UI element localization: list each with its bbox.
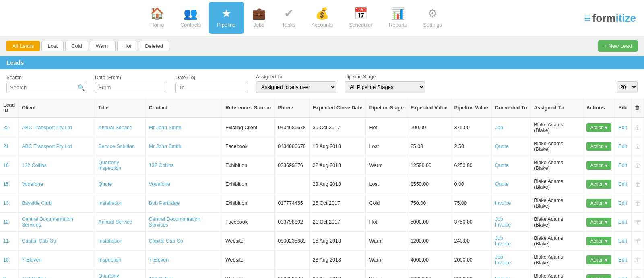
- date-to-input[interactable]: [175, 82, 248, 93]
- title-link[interactable]: Annual Service: [98, 125, 132, 130]
- converted-to-link[interactable]: Invoice: [495, 222, 511, 228]
- lead-id-link[interactable]: 15: [3, 181, 9, 187]
- nav-tasks[interactable]: ✔ Tasks: [274, 2, 303, 34]
- converted-to-link[interactable]: Quote: [495, 181, 509, 187]
- action-button[interactable]: Action: [586, 199, 612, 208]
- tab-warm[interactable]: Warm: [90, 41, 116, 51]
- contact-link[interactable]: 7-Eleven: [149, 257, 169, 263]
- action-button[interactable]: Action: [586, 123, 612, 132]
- nav-home[interactable]: 🏠 Home: [142, 2, 172, 34]
- lead-id-link[interactable]: 16: [3, 163, 9, 168]
- client-link[interactable]: Capital Cab Co: [22, 238, 56, 244]
- edit-link[interactable]: Edit: [618, 125, 627, 130]
- title-link[interactable]: Installation: [98, 200, 122, 206]
- edit-link[interactable]: Edit: [618, 200, 627, 206]
- lead-id-link[interactable]: 9: [3, 276, 6, 278]
- delete-icon[interactable]: 🗑: [635, 181, 640, 187]
- lead-id-link[interactable]: 10: [3, 257, 9, 263]
- contact-link[interactable]: Vodafone: [149, 181, 170, 187]
- nav-jobs[interactable]: 💼 Jobs: [244, 2, 274, 34]
- client-link[interactable]: Bayside Club: [22, 200, 52, 206]
- action-button[interactable]: Action: [586, 237, 612, 245]
- contact-link[interactable]: Bob Partridge: [149, 200, 180, 206]
- date-from-input[interactable]: [95, 82, 167, 93]
- lead-id-link[interactable]: 13: [3, 200, 9, 206]
- title-link[interactable]: Installation: [98, 238, 122, 244]
- edit-link[interactable]: Edit: [618, 276, 627, 278]
- title-link[interactable]: Quarterly Inspection: [98, 273, 121, 278]
- action-button[interactable]: Action: [586, 142, 612, 151]
- delete-icon[interactable]: 🗑: [635, 257, 640, 263]
- converted-to-link[interactable]: Job: [495, 125, 503, 130]
- cell-close-date: 30 Oct 2017: [309, 118, 366, 137]
- converted-to-link[interactable]: Invoice: [495, 276, 511, 278]
- title-link[interactable]: Annual Service: [98, 219, 132, 225]
- converted-to-link[interactable]: Invoice: [495, 260, 511, 266]
- search-input[interactable]: [6, 82, 87, 93]
- delete-icon[interactable]: 🗑: [635, 143, 640, 150]
- client-link[interactable]: Vodafone: [22, 181, 43, 187]
- client-link[interactable]: 132 Collins: [22, 276, 47, 278]
- converted-to-link[interactable]: Job: [495, 254, 503, 260]
- client-link[interactable]: Central Documentation Services: [22, 216, 73, 228]
- client-link[interactable]: 132 Collins: [22, 163, 47, 168]
- per-page-select[interactable]: 20 50 100: [617, 81, 638, 93]
- contact-link[interactable]: Mr John Smith: [149, 144, 182, 149]
- action-button[interactable]: Action: [586, 274, 612, 278]
- tab-hot[interactable]: Hot: [117, 41, 137, 51]
- nav-accounts[interactable]: 💰 Accounts: [303, 2, 341, 34]
- title-link[interactable]: Quarterly Inspection: [98, 160, 121, 171]
- assigned-to-select[interactable]: Assigned to any user: [256, 81, 336, 93]
- action-button[interactable]: Action: [586, 180, 612, 189]
- new-lead-button[interactable]: + New Lead: [598, 40, 638, 52]
- tab-all-leads[interactable]: All Leads: [6, 41, 40, 51]
- tab-lost[interactable]: Lost: [41, 41, 64, 51]
- converted-to-link[interactable]: Invoice: [495, 241, 511, 247]
- title-link[interactable]: Quote: [98, 181, 112, 187]
- client-link[interactable]: ABC Transport Pty Ltd: [22, 144, 72, 149]
- lead-id-link[interactable]: 11: [3, 238, 9, 244]
- edit-link[interactable]: Edit: [618, 163, 627, 168]
- action-button[interactable]: Action: [586, 161, 612, 170]
- converted-to-link[interactable]: Job: [495, 235, 503, 241]
- client-link[interactable]: ABC Transport Pty Ltd: [22, 125, 72, 130]
- nav-reports[interactable]: 📊 Reports: [381, 2, 415, 34]
- client-link[interactable]: 7-Eleven: [22, 257, 41, 263]
- contact-link[interactable]: 132 Collins: [149, 276, 174, 278]
- contact-link[interactable]: 132 Collins: [149, 163, 174, 168]
- lead-id-link[interactable]: 12: [3, 219, 9, 225]
- converted-to-link[interactable]: Invoice: [495, 200, 511, 206]
- nav-contacts[interactable]: 👥 Contacts: [172, 2, 209, 34]
- lead-id-link[interactable]: 22: [3, 125, 9, 130]
- lead-id-link[interactable]: 21: [3, 144, 9, 149]
- converted-to-link[interactable]: Job: [495, 216, 503, 222]
- table-row: 10 7-Eleven Inspection 7-Eleven Website …: [0, 251, 644, 270]
- action-button[interactable]: Action: [586, 255, 612, 264]
- edit-link[interactable]: Edit: [618, 238, 627, 244]
- tab-cold[interactable]: Cold: [65, 41, 88, 51]
- delete-icon[interactable]: 🗑: [635, 200, 640, 206]
- tab-deleted[interactable]: Deleted: [139, 41, 169, 51]
- nav-pipeline[interactable]: ★ Pipeline: [209, 2, 244, 34]
- nav-scheduler[interactable]: 📅 Scheduler: [341, 2, 381, 34]
- action-button[interactable]: Action: [586, 218, 612, 227]
- nav-settings[interactable]: ⚙ Settings: [415, 2, 450, 34]
- edit-link[interactable]: Edit: [618, 181, 627, 187]
- contact-link[interactable]: Central Documentation Services: [149, 216, 200, 228]
- delete-icon[interactable]: 🗑: [635, 124, 640, 131]
- converted-to-link[interactable]: Quote: [495, 144, 509, 149]
- title-link[interactable]: Inspection: [98, 257, 121, 263]
- delete-icon[interactable]: 🗑: [635, 162, 640, 169]
- delete-icon[interactable]: 🗑: [635, 276, 640, 278]
- converted-to-link[interactable]: Quote: [495, 163, 509, 168]
- cell-edit: Edit: [615, 156, 632, 175]
- delete-icon[interactable]: 🗑: [635, 219, 640, 225]
- delete-icon[interactable]: 🗑: [635, 238, 640, 244]
- contact-link[interactable]: Capital Cab Co: [149, 238, 183, 244]
- edit-link[interactable]: Edit: [618, 144, 627, 149]
- edit-link[interactable]: Edit: [618, 257, 627, 263]
- edit-link[interactable]: Edit: [618, 219, 627, 225]
- pipeline-stage-select[interactable]: All Pipeline Stages: [345, 81, 425, 93]
- contact-link[interactable]: Mr John Smith: [149, 125, 182, 130]
- title-link[interactable]: Service Solution: [98, 144, 134, 149]
